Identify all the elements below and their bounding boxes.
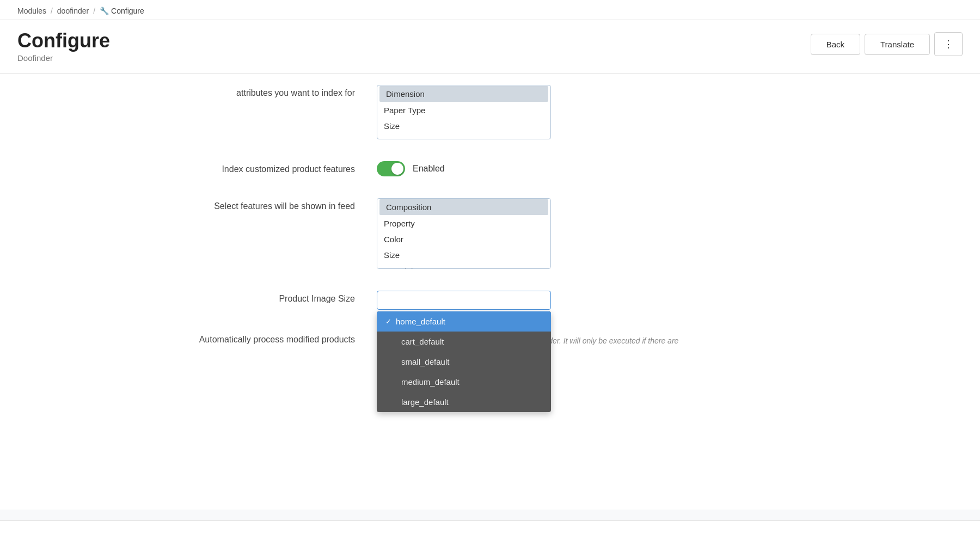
attributes-select[interactable]: Dimension Paper Type Size [377,85,551,139]
bottom-bar [0,520,980,552]
back-button[interactable]: Back [811,34,860,55]
header-buttons: Back Translate ⋮ [811,29,963,56]
page-subtitle: Doofinder [17,53,110,63]
image-size-label: Product Image Size [17,291,355,304]
page-title: Configure [17,29,110,52]
feature-option-color[interactable]: Color [377,231,550,247]
features-control: Composition Property Color Size material [377,198,693,269]
breadcrumb-sep2: / [93,7,95,15]
index-customized-row: Index customized product features Enable… [17,150,963,187]
dd-option-large-default[interactable]: large_default [377,392,551,412]
dd-option-small-default[interactable]: small_default [377,352,551,372]
image-size-dropdown[interactable]: home_default ✓ home_default cart_default… [377,291,551,310]
features-select[interactable]: Composition Property Color Size material [377,198,551,269]
main-content: attributes you want to index for Dimensi… [0,74,980,510]
index-customized-label: Index customized product features [17,161,355,174]
features-label: Select features will be shown in feed [17,198,355,211]
checkmark-icon: ✓ [385,317,391,326]
more-button[interactable]: ⋮ [934,32,963,56]
feature-option-property[interactable]: Property [377,216,550,231]
dd-option-medium-default[interactable]: medium_default [377,372,551,392]
image-size-input[interactable]: home_default [377,291,551,310]
breadcrumb: Modules / doofinder / Configure [17,0,963,20]
breadcrumb-modules[interactable]: Modules [17,7,46,15]
index-customized-toggle[interactable] [377,161,405,176]
page-header: Configure Doofinder Back Translate ⋮ [0,20,980,74]
attr-option-papertype[interactable]: Paper Type [377,102,550,118]
toggle-row: Enabled [377,161,693,176]
toggle-label: Enabled [413,164,445,174]
image-size-control: home_default ✓ home_default cart_default… [377,291,693,310]
attr-option-size[interactable]: Size [377,118,550,134]
feature-option-material[interactable]: material [377,263,550,269]
dd-option-cart-default[interactable]: cart_default [377,332,551,352]
toggle-knob [391,163,403,175]
dd-option-home-default[interactable]: ✓ home_default [377,311,551,332]
image-size-menu: ✓ home_default cart_default small_defaul… [377,311,551,412]
breadcrumb-sep1: / [51,7,53,15]
attributes-label: attributes you want to index for [17,85,355,98]
attributes-control: Dimension Paper Type Size [377,85,693,139]
auto-process-label: Automatically process modified products [17,332,355,345]
translate-button[interactable]: Translate [865,34,930,55]
features-row: Select features will be shown in feed Co… [17,187,963,280]
attributes-row: attributes you want to index for Dimensi… [17,74,963,150]
breadcrumb-doofinder[interactable]: doofinder [57,7,89,15]
index-customized-control: Enabled [377,161,693,176]
image-size-row: Product Image Size home_default ✓ home_d… [17,280,963,321]
page-title-block: Configure Doofinder [17,29,110,63]
feature-option-composition[interactable]: Composition [379,199,548,215]
breadcrumb-configure: Configure [100,7,144,15]
attr-option-dimension[interactable]: Dimension [379,86,548,102]
feature-option-size[interactable]: Size [377,247,550,263]
wrench-icon [100,7,109,15]
